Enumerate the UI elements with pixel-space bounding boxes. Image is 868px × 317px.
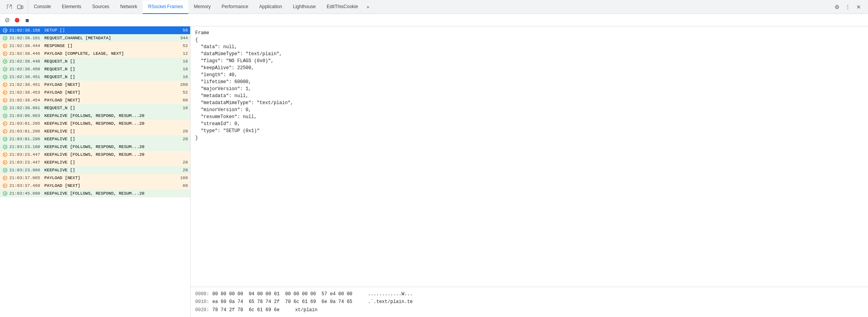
hex-bytes: 78 74 2f 70 6c 61 69 6e xyxy=(212,307,280,313)
frame-name: KEEPALIVE [] xyxy=(44,129,172,134)
frame-item[interactable]: 21:03:37.469PAYLOAD [NEXT]60 xyxy=(0,182,190,190)
frame-item[interactable]: 21:02:38.453PAYLOAD [NEXT]52 xyxy=(0,89,190,96)
frame-item[interactable]: 21:02:38.891REQUEST_N []16 xyxy=(0,104,190,112)
frame-time: 21:02:38.453 xyxy=(9,90,44,95)
svg-point-20 xyxy=(3,153,7,157)
hex-bytes: ea 60 0a 74 65 78 74 2f 70 6c 61 69 6e 0… xyxy=(212,299,352,305)
responsive-icon[interactable] xyxy=(16,2,25,12)
tab-editcookie[interactable]: EditThisCookie xyxy=(321,0,364,14)
tab-elements[interactable]: Elements xyxy=(56,0,87,14)
svg-point-21 xyxy=(3,160,7,164)
frame-time: 21:03:23.447 xyxy=(9,160,44,165)
frame-direction-icon xyxy=(2,160,8,165)
frame-name: PAYLOAD [COMPLETE, LEASE, NEXT] xyxy=(44,51,172,56)
frame-name: REQUEST_N [] xyxy=(44,75,172,79)
frame-item[interactable]: 21:02:38.158SETUP []56 xyxy=(0,26,190,34)
frame-direction-icon xyxy=(2,43,8,49)
frame-item[interactable]: 21:03:01.296KEEPALIVE []20 xyxy=(0,135,190,143)
frame-item[interactable]: 21:03:01.296KEEPALIVE []20 xyxy=(0,127,190,135)
more-tabs-button[interactable]: » xyxy=(364,0,373,14)
more-options-icon[interactable]: ⋮ xyxy=(843,2,852,12)
svg-point-22 xyxy=(3,168,7,172)
frame-size: 20 xyxy=(172,160,188,165)
svg-point-3 xyxy=(15,18,19,23)
tab-performance[interactable]: Performance xyxy=(216,0,254,14)
frame-item[interactable]: 21:03:00.663KEEPALIVE [FOLLOWS, RESPOND,… xyxy=(0,112,190,120)
frame-item[interactable]: 21:02:38.161REQUEST_CHANNEL [METADATA]34… xyxy=(0,34,190,42)
frame-item[interactable]: 21:02:38.446PAYLOAD [COMPLETE, LEASE, NE… xyxy=(0,50,190,57)
frame-name: KEEPALIVE [FOLLOWS, RESPOND, RESUM...20 xyxy=(44,191,172,196)
frame-name: REQUEST_CHANNEL [METADATA] xyxy=(44,36,172,40)
frame-name: KEEPALIVE [FOLLOWS, RESPOND, RESUM...20 xyxy=(44,121,172,126)
tab-memory[interactable]: Memory xyxy=(188,0,216,14)
frame-direction-icon xyxy=(2,66,8,72)
close-devtools-icon[interactable]: ✕ xyxy=(854,2,863,12)
frame-size: 16 xyxy=(172,67,188,71)
frame-size: 16 xyxy=(172,59,188,64)
frame-item[interactable]: 21:02:38.454PAYLOAD [NEXT]60 xyxy=(0,96,190,104)
frame-time: 21:02:38.446 xyxy=(9,51,44,56)
frame-direction-icon xyxy=(2,175,8,181)
frame-size: 56 xyxy=(172,28,188,33)
svg-point-5 xyxy=(3,36,7,40)
svg-point-12 xyxy=(3,91,7,94)
frame-item[interactable]: 21:03:23.966KEEPALIVE []20 xyxy=(0,166,190,174)
inspect-icon[interactable] xyxy=(5,2,14,12)
frame-item[interactable]: 21:02:38.448REQUEST_N []16 xyxy=(0,57,190,65)
frame-json-content: { "data": null, "dataMimeType": "text/pl… xyxy=(195,37,863,141)
frame-name: KEEPALIVE [FOLLOWS, RESPOND, RESUM...20 xyxy=(44,152,172,157)
frame-item[interactable]: 21:02:38.451PAYLOAD [NEXT]260 xyxy=(0,81,190,89)
frame-name: KEEPALIVE [] xyxy=(44,160,172,165)
clear-button[interactable]: ⊘ xyxy=(3,16,11,24)
frame-item[interactable]: 21:03:01.295KEEPALIVE [FOLLOWS, RESPOND,… xyxy=(0,120,190,127)
svg-point-16 xyxy=(3,122,7,125)
frame-item[interactable]: 21:03:23.447KEEPALIVE []20 xyxy=(0,158,190,166)
stop-button[interactable]: ◼ xyxy=(23,16,31,24)
frame-direction-icon xyxy=(2,82,8,87)
hex-ascii: ............W... xyxy=(368,291,413,297)
frame-direction-icon xyxy=(2,74,8,80)
svg-point-18 xyxy=(3,137,7,141)
tab-bar: Console Elements Sources Network RSocket… xyxy=(0,0,868,14)
tab-network[interactable]: Network xyxy=(115,0,143,14)
frame-item[interactable]: 21:03:37.065PAYLOAD [NEXT]160 xyxy=(0,174,190,182)
frame-time: 21:03:23.966 xyxy=(9,168,44,172)
svg-point-4 xyxy=(3,28,7,32)
tab-console[interactable]: Console xyxy=(28,0,56,14)
frame-name: KEEPALIVE [FOLLOWS, RESPOND, RESUM...20 xyxy=(44,145,172,149)
frame-list[interactable]: 21:02:38.158SETUP []5621:02:38.161REQUES… xyxy=(0,26,191,317)
frame-item[interactable]: 21:02:38.444RESPONSE []52 xyxy=(0,42,190,50)
frame-time: 21:03:37.469 xyxy=(9,183,44,188)
svg-point-7 xyxy=(3,52,7,56)
frame-item[interactable]: 21:03:23.447KEEPALIVE [FOLLOWS, RESPOND,… xyxy=(0,151,190,158)
frame-item[interactable]: 21:03:45.660KEEPALIVE [FOLLOWS, RESPOND,… xyxy=(0,190,190,197)
svg-point-24 xyxy=(3,184,7,188)
frame-direction-icon xyxy=(2,183,8,188)
frame-direction-icon xyxy=(2,136,8,142)
devtools-icons xyxy=(2,0,28,14)
svg-point-9 xyxy=(3,67,7,71)
frame-item[interactable]: 21:02:38.451REQUEST_N []16 xyxy=(0,73,190,81)
svg-point-19 xyxy=(3,145,7,149)
svg-point-10 xyxy=(3,75,7,79)
tab-sources[interactable]: Sources xyxy=(87,0,115,14)
frame-name: RESPONSE [] xyxy=(44,44,172,48)
frame-name: PAYLOAD [NEXT] xyxy=(44,176,172,180)
frame-time: 21:02:38.451 xyxy=(9,75,44,79)
tab-application[interactable]: Application xyxy=(254,0,288,14)
frame-name: REQUEST_N [] xyxy=(44,67,172,71)
tab-rsocket[interactable]: RSocket Frames xyxy=(143,0,188,14)
svg-point-14 xyxy=(3,106,7,110)
tab-lighthouse[interactable]: Lighthouse xyxy=(287,0,321,14)
record-button[interactable] xyxy=(13,16,21,24)
frame-item[interactable]: 21:03:23.160KEEPALIVE [FOLLOWS, RESPOND,… xyxy=(0,143,190,151)
settings-icon[interactable]: ⚙ xyxy=(832,2,842,12)
frame-time: 21:03:23.447 xyxy=(9,152,44,157)
frame-direction-icon xyxy=(2,113,8,118)
hex-offset: 0010: xyxy=(195,299,209,305)
frame-time: 21:03:00.663 xyxy=(9,113,44,118)
svg-rect-1 xyxy=(21,6,23,9)
frame-time: 21:03:01.295 xyxy=(9,121,44,126)
frame-size: 52 xyxy=(172,44,188,48)
frame-item[interactable]: 21:02:38.450REQUEST_N []16 xyxy=(0,65,190,73)
